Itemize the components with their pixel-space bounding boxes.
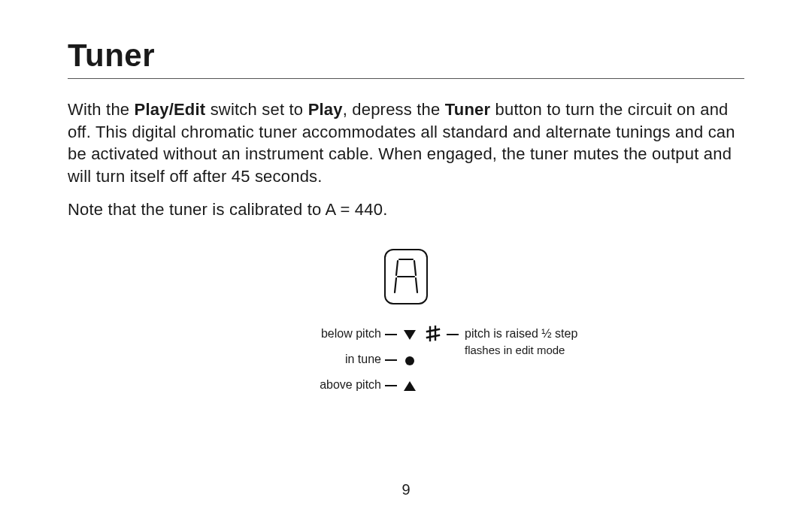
label-pitch-raised: pitch is raised ½ step <box>465 327 577 341</box>
p1-bold2: Play <box>308 100 343 119</box>
triangle-down-icon <box>403 327 417 341</box>
p1-bold3: Tuner <box>445 100 490 119</box>
sharp-icon <box>426 326 441 342</box>
svg-line-5 <box>416 278 417 292</box>
legend-row-intune: in tune <box>180 353 632 368</box>
svg-line-2 <box>414 261 416 275</box>
paragraph-2: Note that the tuner is calibrated to A =… <box>68 198 744 221</box>
label-in-tune: in tune <box>345 353 381 366</box>
dash-icon <box>385 385 397 386</box>
dash-icon <box>447 334 459 335</box>
svg-line-9 <box>427 335 439 338</box>
paragraph-1: With the Play/Edit switch set to Play, d… <box>68 98 744 188</box>
p1-bold1: Play/Edit <box>135 100 206 119</box>
seven-segment-a-icon <box>390 255 422 298</box>
tuner-diagram: below pitch pitch is raised ½ step flash… <box>180 249 632 422</box>
legend-row-above: above pitch <box>180 378 632 393</box>
dash-icon <box>385 359 397 361</box>
p1-seg3: , depress the <box>343 100 445 119</box>
dash-icon <box>385 334 397 335</box>
triangle-up-icon <box>403 378 417 392</box>
svg-line-8 <box>427 329 439 332</box>
legend-row-below: below pitch pitch is raised ½ step flash… <box>180 327 632 342</box>
title-rule <box>68 78 744 79</box>
page-title: Tuner <box>68 38 744 74</box>
p1-seg2: switch set to <box>205 100 308 119</box>
p1-seg1: With the <box>68 100 135 119</box>
tuner-display-icon <box>384 249 428 304</box>
page-number: 9 <box>0 481 812 498</box>
label-below-pitch: below pitch <box>321 327 381 341</box>
circle-icon <box>403 353 417 366</box>
manual-page: Tuner With the Play/Edit switch set to P… <box>0 0 812 524</box>
svg-line-1 <box>396 261 398 275</box>
svg-line-4 <box>395 278 396 292</box>
label-above-pitch: above pitch <box>320 378 381 392</box>
